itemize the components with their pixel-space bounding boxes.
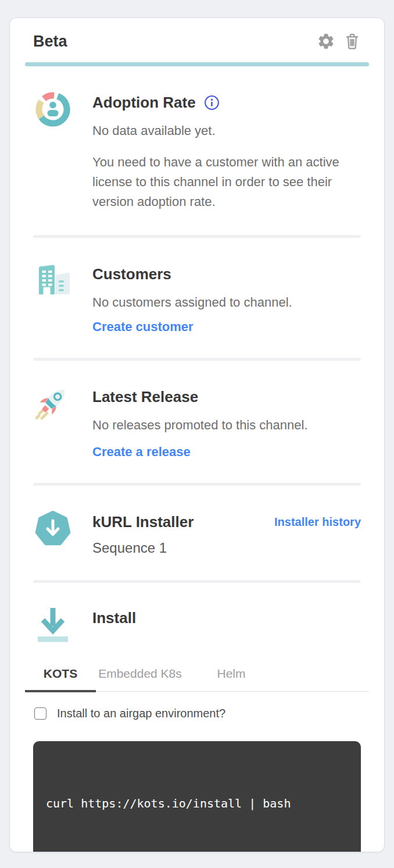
- info-icon[interactable]: [204, 95, 220, 111]
- header-actions: [317, 32, 361, 51]
- airgap-row: Install to an airgap environment?: [34, 707, 369, 720]
- installer-history-link[interactable]: Installer history: [274, 515, 361, 529]
- section-divider: [33, 580, 361, 583]
- install-command-block: curl https://kots.io/install | bash kube…: [33, 741, 361, 853]
- latest-release-title: Latest Release: [92, 387, 198, 406]
- channel-card-header: Beta: [25, 18, 369, 51]
- latest-release-section: Latest Release No releases promoted to t…: [25, 383, 369, 460]
- install-section: Install: [25, 604, 369, 646]
- airgap-checkbox[interactable]: [34, 707, 46, 720]
- buildings-icon: [33, 260, 73, 302]
- customers-empty-text: No customers assigned to channel.: [92, 293, 369, 312]
- customers-section: Customers No customers assigned to chann…: [25, 260, 369, 335]
- kurl-heptagon-download-icon: [33, 508, 73, 550]
- trash-icon[interactable]: [343, 32, 361, 51]
- channel-title: Beta: [33, 32, 67, 51]
- channel-card: Beta: [9, 17, 385, 852]
- adoption-empty-text: No data available yet.: [92, 121, 369, 141]
- airgap-label: Install to an airgap environment?: [57, 707, 225, 720]
- create-release-link[interactable]: Create a release: [92, 444, 191, 460]
- installer-sequence: Sequence 1: [92, 539, 369, 557]
- section-divider: [33, 235, 361, 238]
- download-icon: [33, 604, 73, 646]
- section-divider: [33, 483, 361, 486]
- settings-icon[interactable]: [317, 32, 335, 51]
- adoption-rate-section: Adoption Rate No data available yet. You…: [25, 88, 369, 212]
- kurl-installer-title: kURL Installer: [92, 513, 194, 531]
- tab-kots[interactable]: KOTS: [25, 660, 96, 692]
- adoption-help-text: You need to have a customer with an acti…: [92, 152, 357, 212]
- kurl-installer-section: kURL Installer Installer history Sequenc…: [25, 508, 369, 557]
- release-empty-text: No releases promoted to this channel.: [92, 415, 369, 435]
- channel-accent-bar: [25, 62, 369, 66]
- install-tabs: KOTS Embedded K8s Helm: [25, 660, 369, 692]
- adoption-rate-title: Adoption Rate: [92, 93, 196, 112]
- adoption-donut-people-icon: [33, 88, 73, 130]
- create-customer-link[interactable]: Create customer: [92, 319, 194, 335]
- tab-embedded-k8s[interactable]: Embedded K8s: [96, 660, 184, 692]
- tab-helm[interactable]: Helm: [184, 660, 278, 692]
- customers-title: Customers: [92, 265, 171, 283]
- section-divider: [33, 358, 361, 361]
- code-line: curl https://kots.io/install | bash: [46, 794, 348, 814]
- rocket-icon: [33, 383, 73, 425]
- install-title: Install: [92, 609, 136, 627]
